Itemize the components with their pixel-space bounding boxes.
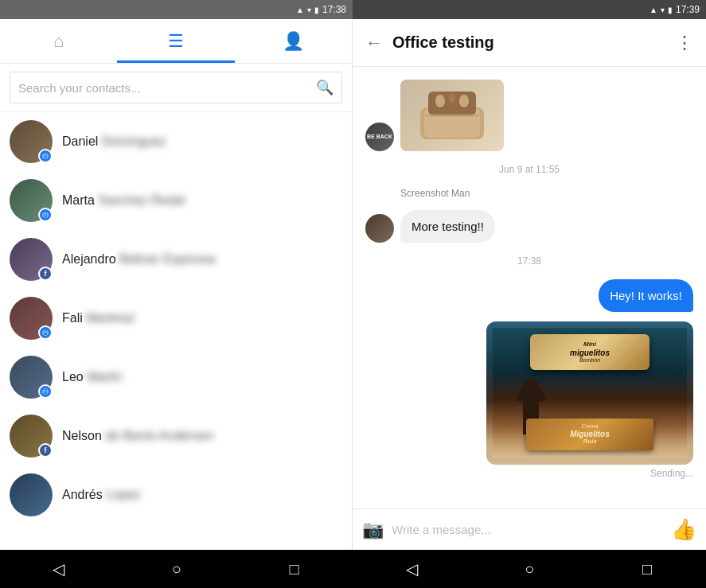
contact-name-blur: Martin <box>87 370 122 384</box>
wifi-icon-right: ▾ <box>661 6 665 14</box>
sticker-image <box>400 80 504 151</box>
avatar-wrapper: ⓜ <box>10 356 53 399</box>
contact-list: ⓜ Daniel Dominguez ⓜ Marta Sanchez Redal <box>0 112 352 550</box>
bottom-nav: ◁ ○ □ ◁ ○ □ <box>0 550 706 588</box>
home-nav-button-left[interactable]: ○ <box>158 550 196 588</box>
list-item[interactable]: ⓜ Leo Martin <box>0 348 352 407</box>
avatar-wrapper: f <box>10 238 53 281</box>
wifi-icon-left: ▾ <box>307 6 311 14</box>
chat-input-bar: 📷 👍 <box>353 508 706 550</box>
thumbs-up-icon: 👍 <box>671 517 696 541</box>
bottom-nav-right: ◁ ○ □ <box>353 550 707 588</box>
messages-icon: ☰ <box>168 31 184 52</box>
contact-name: Daniel Dominguez <box>62 134 166 149</box>
avatar-wrapper: ⓜ <box>10 179 53 222</box>
search-icon: 🔍 <box>316 80 333 95</box>
messenger-badge: ⓜ <box>38 208 53 222</box>
svg-point-3 <box>435 95 445 107</box>
battery-icon-right: ▮ <box>668 6 673 14</box>
home-nav-button-right[interactable]: ○ <box>510 550 548 588</box>
message-input[interactable] <box>392 523 663 536</box>
avatar <box>10 473 53 516</box>
facebook-badge: f <box>38 267 53 281</box>
chat-title: Office testing <box>392 33 676 52</box>
time-left: 17:38 <box>322 4 346 15</box>
recents-nav-button-left[interactable]: □ <box>275 550 314 588</box>
facebook-badge: f <box>38 443 53 458</box>
list-item[interactable]: f Nelson de Bento Andersen <box>0 407 352 465</box>
messenger-icon: ⓜ <box>42 211 49 220</box>
tab-messages[interactable]: ☰ <box>117 19 234 63</box>
back-button[interactable]: ← <box>365 33 383 53</box>
contact-name: Fali Martinez <box>62 311 135 325</box>
messenger-badge: ⓜ <box>38 325 53 340</box>
left-nav: ⌂ ☰ 👤 <box>0 19 352 64</box>
status-bar-right: ▲ ▾ ▮ 17:39 <box>353 0 706 19</box>
message-bubble: Hey! It works! <box>599 279 693 312</box>
messenger-badge: ⓜ <box>38 149 53 163</box>
signal-icon-left: ▲ <box>296 6 304 14</box>
back-nav-icon-right: ◁ <box>406 559 418 578</box>
right-panel: ← Office testing ⋮ BE BACK <box>353 19 706 550</box>
sent-message-row: Hey! It works! <box>365 279 693 312</box>
photo-message: Mini miguelitos Bombón <box>365 321 693 479</box>
avatar-wrapper: ⓜ <box>10 120 53 163</box>
back-icon: ← <box>365 33 383 53</box>
tab-profile[interactable]: 👤 <box>235 19 352 63</box>
more-button[interactable]: ⋮ <box>676 33 693 53</box>
svg-rect-6 <box>424 114 480 117</box>
like-button[interactable]: 👍 <box>671 517 696 542</box>
home-nav-icon-left: ○ <box>172 560 181 578</box>
svg-point-4 <box>459 95 469 107</box>
bottom-nav-left: ◁ ○ □ <box>0 550 353 588</box>
list-item[interactable]: ⓜ Fali Martinez <box>0 289 352 348</box>
sticker-message: BE BACK <box>365 80 693 151</box>
back-nav-button-right[interactable]: ◁ <box>392 550 431 588</box>
recents-nav-icon-right: □ <box>642 560 652 578</box>
time-right: 17:39 <box>676 4 700 15</box>
timestamp: Jun 9 at 11:55 <box>365 164 693 175</box>
timestamp: 17:38 <box>365 255 693 267</box>
tab-home[interactable]: ⌂ <box>0 19 117 63</box>
facebook-icon: f <box>45 270 47 278</box>
list-item[interactable]: ⓜ Daniel Dominguez <box>0 112 352 171</box>
sending-status: Sending... <box>650 468 693 479</box>
contact-name: Alejandro Beltran Espinosa <box>62 252 216 267</box>
photo-bubble: Mini miguelitos Bombón <box>486 321 693 465</box>
contact-name-blur: Lopez <box>106 488 141 502</box>
list-item[interactable]: f Alejandro Beltran Espinosa <box>0 230 352 289</box>
chat-messages: BE BACK Jun 9 at 11:55 <box>353 67 706 508</box>
list-item[interactable]: ⓜ Marta Sanchez Redal <box>0 171 352 230</box>
status-bars: ▲ ▾ ▮ 17:38 ▲ ▾ ▮ 17:39 <box>0 0 706 19</box>
contact-name-blur: Sanchez Redal <box>98 193 185 208</box>
svg-point-5 <box>449 93 455 103</box>
battery-icon-left: ▮ <box>314 6 319 14</box>
contact-name: Andrés Lopez <box>62 488 141 502</box>
search-button[interactable]: 🔍 <box>316 79 333 96</box>
message-bubble: More testing!! <box>400 210 495 243</box>
search-input-wrapper: 🔍 <box>10 72 342 103</box>
camera-icon: 📷 <box>362 520 384 539</box>
avatar-wrapper: ⓜ <box>10 297 53 340</box>
contact-name: Marta Sanchez Redal <box>62 193 185 208</box>
profile-icon: 👤 <box>283 31 304 52</box>
contact-name-blur: Martinez <box>86 311 135 325</box>
camera-button[interactable]: 📷 <box>362 520 384 540</box>
recents-nav-button-right[interactable]: □ <box>628 550 666 588</box>
home-nav-icon-right: ○ <box>525 560 534 578</box>
search-input[interactable] <box>18 81 316 95</box>
contact-name: Nelson de Bento Andersen <box>62 429 213 443</box>
facebook-icon: f <box>45 446 47 454</box>
avatar-wrapper <box>10 473 53 516</box>
chat-header: ← Office testing ⋮ <box>353 19 706 67</box>
contact-name-blur: Dominguez <box>102 134 166 149</box>
signal-icon-right: ▲ <box>649 6 657 14</box>
contact-name-blur: de Bento Andersen <box>105 429 213 443</box>
messenger-icon: ⓜ <box>42 152 49 161</box>
messenger-icon: ⓜ <box>42 329 49 337</box>
list-item[interactable]: Andrés Lopez <box>0 465 352 524</box>
back-nav-button-left[interactable]: ◁ <box>40 550 78 588</box>
recents-nav-icon-left: □ <box>290 560 299 578</box>
avatar-wrapper: f <box>10 415 53 458</box>
received-message-row: More testing!! <box>365 210 693 243</box>
